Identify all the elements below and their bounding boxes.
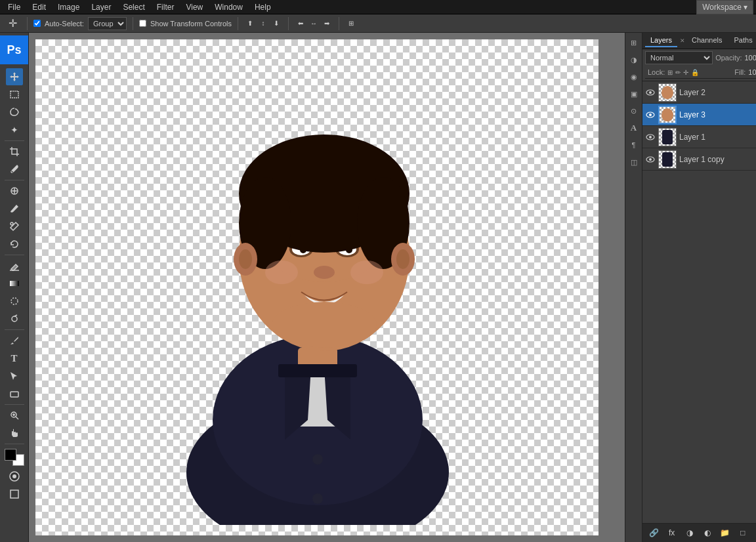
gradient-tool[interactable] [6, 275, 23, 292]
clone-stamp-tool[interactable] [6, 218, 23, 235]
layer-item-layer1copy[interactable]: Layer 1 copy [642, 148, 756, 171]
help-menu[interactable]: Help [249, 1, 276, 13]
canvas-area[interactable] [29, 33, 625, 542]
layer-item-layer3[interactable]: Layer 3 [642, 104, 756, 126]
select-menu[interactable]: Select [117, 1, 150, 13]
typography-icon[interactable]: A [627, 121, 641, 135]
svg-line-11 [16, 417, 18, 419]
svg-point-52 [649, 136, 652, 138]
layer-item-layer1[interactable]: Layer 1 [642, 126, 756, 148]
shape-tool[interactable] [6, 385, 23, 402]
brush-tool[interactable] [6, 200, 23, 217]
healing-brush-tool[interactable] [6, 182, 23, 199]
create-group-button[interactable]: 📁 [719, 526, 732, 539]
workspace-button[interactable]: Workspace ▾ [696, 0, 753, 14]
svg-point-43 [396, 249, 410, 269]
layers-bottom-bar: 🔗 fx ◑ ◐ 📁 □ 🗑 [642, 523, 756, 542]
file-menu[interactable]: File [3, 1, 26, 13]
tab-close-layers[interactable]: ✕ [680, 37, 685, 44]
dodge-tool[interactable] [6, 310, 23, 327]
lock-position-icon[interactable]: ✛ [683, 69, 688, 76]
lock-pixels-icon[interactable]: ✏ [675, 69, 681, 76]
eyedropper-tool[interactable] [6, 161, 23, 178]
lock-all-icon[interactable]: 🔒 [691, 69, 699, 76]
align-bottom-icon[interactable]: ⬇ [270, 18, 282, 30]
panel-wrapper: ⊞ ◑ ◉ ▣ ⊙ A ¶ ◫ Layers ✕ Channels Paths … [625, 33, 756, 542]
svg-rect-24 [278, 364, 357, 377]
foreground-color-swatch[interactable] [5, 449, 16, 461]
blend-mode-dropdown[interactable]: Normal Multiply Screen [645, 51, 713, 64]
layer-effects-button[interactable]: fx [665, 526, 679, 539]
svg-point-26 [312, 493, 323, 504]
tab-channels[interactable]: Channels [686, 34, 727, 47]
tab-paths[interactable]: Paths [729, 34, 756, 47]
quick-mask-mode[interactable] [6, 468, 23, 485]
paragraph-icon[interactable]: ¶ [627, 138, 641, 152]
distribute-icon[interactable]: ⊞ [345, 18, 357, 30]
channels-icon[interactable]: ▣ [627, 87, 641, 101]
layer-thumbnail-layer2 [658, 83, 677, 102]
filter-menu[interactable]: Filter [152, 1, 180, 13]
tab-layers[interactable]: Layers [645, 34, 677, 47]
layers-panel: Layers ✕ Channels Paths ≡ Normal Multipl… [642, 33, 756, 542]
layer-name-layer1copy: Layer 1 copy [679, 155, 756, 164]
align-vcenter-icon[interactable]: ↕ [257, 18, 269, 30]
magic-wand-tool[interactable]: ✦ [6, 121, 23, 138]
adjustments-icon[interactable]: ◑ [627, 52, 641, 67]
align-top-icon[interactable]: ⬆ [244, 18, 256, 30]
history-brush-tool[interactable] [6, 236, 23, 253]
link-layers-button[interactable]: 🔗 [648, 526, 661, 539]
properties-icon[interactable]: ⊞ [627, 35, 641, 50]
zoom-tool[interactable] [6, 407, 23, 424]
masks-icon[interactable]: ◉ [627, 70, 641, 84]
fill-label: Fill: [734, 68, 746, 76]
tools-icon[interactable]: ⊙ [627, 104, 641, 118]
create-layer-button[interactable]: □ [736, 526, 749, 539]
view-menu[interactable]: View [180, 1, 208, 13]
svg-point-45 [265, 261, 298, 284]
crop-tool[interactable] [6, 143, 23, 160]
fill-value[interactable]: 100% [748, 68, 756, 76]
move-tool[interactable] [6, 68, 23, 85]
window-menu[interactable]: Window [209, 1, 248, 13]
lock-transparent-icon[interactable]: ⊞ [667, 69, 673, 76]
layer-visibility-eye-layer3[interactable] [645, 110, 656, 120]
image-menu[interactable]: Image [52, 1, 85, 13]
show-transform-checkbox[interactable] [139, 20, 146, 27]
layer-name-layer3: Layer 3 [679, 110, 756, 119]
layers-list: Layer 2 Layer 3 [642, 81, 756, 523]
screen-mode[interactable] [6, 486, 23, 503]
path-selection-tool[interactable] [6, 367, 23, 385]
side-icon-bar: ⊞ ◑ ◉ ▣ ⊙ A ¶ ◫ [625, 33, 642, 542]
lock-row: Lock: ⊞ ✏ ✛ 🔒 Fill: 100% [645, 66, 756, 79]
align-left-icon[interactable]: ⬅ [295, 18, 306, 30]
svg-point-54 [649, 158, 652, 161]
opacity-value[interactable]: 100% [745, 54, 757, 62]
auto-select-checkbox[interactable] [33, 20, 41, 27]
align-right-icon[interactable]: ➡ [321, 18, 333, 30]
layer-item-layer2[interactable]: Layer 2 [642, 81, 756, 104]
auto-select-dropdown[interactable]: Group Layer [88, 17, 127, 30]
add-mask-button[interactable]: ◑ [683, 526, 696, 539]
svg-point-42 [239, 249, 252, 269]
layer-visibility-eye-layer2[interactable] [645, 87, 656, 98]
ps-logo: Ps [0, 35, 29, 64]
pen-tool[interactable] [6, 332, 23, 349]
layer-visibility-eye-layer1copy[interactable] [645, 154, 656, 165]
rectangular-marquee-tool[interactable] [6, 86, 23, 103]
lasso-tool[interactable] [6, 104, 23, 121]
blur-tool[interactable] [6, 293, 23, 310]
text-tool[interactable]: T [6, 350, 23, 367]
svg-rect-9 [10, 392, 18, 397]
history-icon[interactable]: ◫ [627, 155, 641, 169]
hand-tool[interactable] [6, 425, 23, 442]
add-adjustment-button[interactable]: ◐ [701, 526, 714, 539]
svg-rect-16 [10, 490, 18, 498]
left-toolbar: Ps ✦ [0, 33, 29, 542]
layer-menu[interactable]: Layer [86, 1, 116, 13]
layer-name-layer1: Layer 1 [679, 133, 756, 142]
align-hcenter-icon[interactable]: ↔ [308, 18, 320, 30]
eraser-tool[interactable] [6, 257, 23, 274]
layer-visibility-eye-layer1[interactable] [645, 132, 656, 142]
edit-menu[interactable]: Edit [27, 1, 51, 13]
